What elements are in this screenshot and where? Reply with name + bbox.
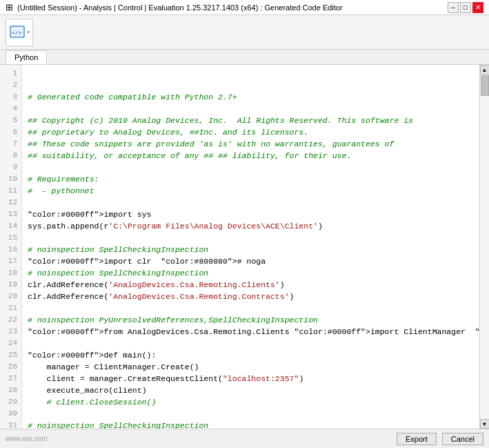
code-line: # Requirements:: [28, 173, 474, 185]
code-line: "color:#0000ff">def main():: [28, 349, 474, 361]
svg-text:</>: </>: [12, 30, 22, 36]
cancel-button[interactable]: Cancel: [442, 433, 483, 445]
scroll-thumb[interactable]: [481, 75, 489, 96]
status-bar: www.xxx.com Export Cancel: [0, 429, 489, 448]
dropdown-arrow: ▾: [27, 29, 30, 35]
code-line: [28, 103, 474, 115]
line-numbers: 1234567891011121314151617181920212223242…: [0, 65, 22, 429]
code-line: ## These code snippets are provided 'as …: [28, 138, 474, 150]
code-line: # noinspection SpellCheckingInspection: [28, 267, 474, 279]
line-number: 31: [0, 420, 17, 429]
line-number: 27: [0, 373, 17, 384]
code-line: [28, 408, 474, 420]
code-line: [28, 232, 474, 244]
code-line: # client.CloseSession(): [28, 396, 474, 408]
code-toolbar-button[interactable]: </> ▾: [6, 19, 33, 46]
line-number: 15: [0, 232, 17, 244]
title-icon: ⊞: [6, 2, 13, 12]
title-bar: ⊞ (Untitled Session) - Analysis | Contro…: [0, 0, 489, 15]
python-tab[interactable]: Python: [6, 50, 47, 64]
code-line: ## proprietary to Analog Devices, ##Inc.…: [28, 126, 474, 138]
code-line: # - pythonnet: [28, 185, 474, 197]
code-line: ## Copyright (c) 2019 Analog Devices, In…: [28, 115, 474, 126]
code-line: clr.AddReference('AnalogDevices.Csa.Remo…: [28, 291, 474, 302]
scroll-up-button[interactable]: ▲: [480, 65, 490, 75]
code-line: # Generated code compatible with Python …: [28, 91, 474, 103]
code-icon: </>: [9, 24, 26, 41]
code-line: [28, 302, 474, 314]
line-number: 14: [0, 220, 17, 232]
title-text: (Untitled Session) - Analysis | Control …: [17, 3, 446, 12]
maximize-button[interactable]: □: [460, 2, 471, 13]
line-number: 26: [0, 361, 17, 373]
scroll-down-button[interactable]: ▼: [480, 419, 490, 429]
toolbar: </> ▾: [0, 15, 489, 50]
line-number: 2: [0, 79, 17, 91]
line-number: 19: [0, 279, 17, 291]
vertical-scrollbar[interactable]: ▲ ▼: [479, 65, 489, 429]
code-line: "color:#0000ff">import sys: [28, 208, 474, 220]
line-number: 23: [0, 326, 17, 338]
code-line: ## suitability, or acceptance of any ## …: [28, 150, 474, 162]
code-line: # noinspection SpellCheckingInspection: [28, 420, 474, 429]
line-number: 3: [0, 91, 17, 103]
code-line: [28, 162, 474, 173]
code-line: "color:#0000ff">from AnalogDevices.Csa.R…: [28, 326, 474, 338]
code-line: sys.path.append(r'C:\Program Files\Analo…: [28, 220, 474, 232]
code-line: # noinspection PyUnresolvedReferences,Sp…: [28, 314, 474, 326]
line-number: 25: [0, 349, 17, 361]
code-line: # noinspection SpellCheckingInspection: [28, 244, 474, 255]
code-line: client = manager.CreateRequestClient("lo…: [28, 373, 474, 384]
line-number: 30: [0, 408, 17, 420]
line-number: 21: [0, 302, 17, 314]
line-number: 7: [0, 138, 17, 150]
line-number: 4: [0, 103, 17, 115]
editor-container: 1234567891011121314151617181920212223242…: [0, 65, 489, 429]
line-number: 18: [0, 267, 17, 279]
code-line: manager = ClientManager.Create(): [28, 361, 474, 373]
code-line: clr.AddReference('AnalogDevices.Csa.Remo…: [28, 279, 474, 291]
line-number: 29: [0, 396, 17, 408]
line-number: 11: [0, 185, 17, 197]
line-number: 10: [0, 173, 17, 185]
watermark-text: www.xxx.com: [6, 435, 48, 442]
code-editor[interactable]: # Generated code compatible with Python …: [22, 65, 479, 429]
line-number: 6: [0, 126, 17, 138]
python-tab-label: Python: [14, 53, 38, 61]
line-number: 13: [0, 208, 17, 220]
line-number: 9: [0, 162, 17, 173]
scroll-track[interactable]: [480, 75, 489, 419]
line-number: 1: [0, 68, 17, 79]
line-number: 17: [0, 255, 17, 267]
code-line: [28, 197, 474, 208]
line-number: 12: [0, 197, 17, 208]
line-number: 28: [0, 384, 17, 396]
line-number: 22: [0, 314, 17, 326]
line-number: 8: [0, 150, 17, 162]
line-number: 20: [0, 291, 17, 302]
tab-bar: Python: [0, 50, 489, 65]
code-line: [28, 338, 474, 349]
code-line: "color:#0000ff">import clr "color:#80808…: [28, 255, 474, 267]
close-button[interactable]: ✕: [472, 2, 483, 13]
line-number: 16: [0, 244, 17, 255]
export-button[interactable]: Export: [397, 433, 437, 445]
line-number: 5: [0, 115, 17, 126]
line-number: 24: [0, 338, 17, 349]
minimize-button[interactable]: –: [448, 2, 459, 13]
code-line: execute_macro(client): [28, 384, 474, 396]
